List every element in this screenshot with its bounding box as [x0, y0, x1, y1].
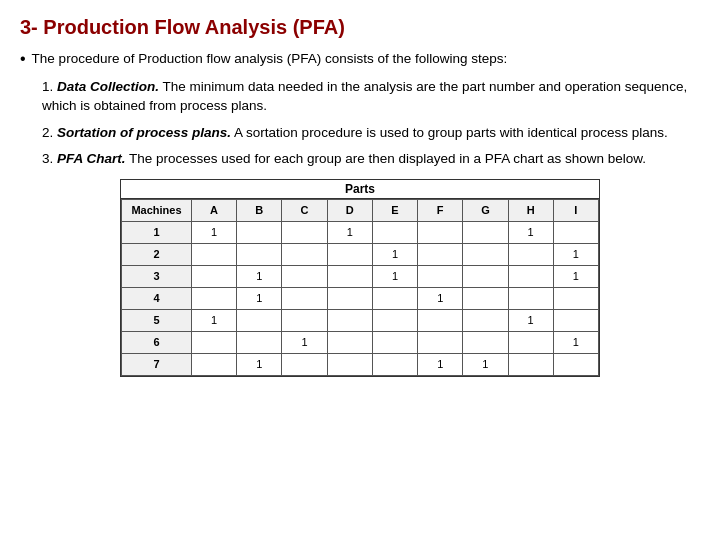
cell-r6-c4: [372, 353, 417, 375]
page-container: 3- Production Flow Analysis (PFA) • The …: [0, 0, 720, 393]
col-header-part-H: H: [508, 199, 553, 221]
cell-r1-c7: [508, 243, 553, 265]
cell-r6-c8: [553, 353, 598, 375]
chart-wrapper: Parts MachinesABCDEFGHI11112113111411511…: [20, 179, 700, 377]
step-1-label: Data Collection.: [57, 79, 159, 94]
cell-r5-c6: [463, 331, 508, 353]
intro-text: The procedure of Production flow analysi…: [32, 49, 508, 69]
table-row: 411: [122, 287, 599, 309]
step-1: 1. Data Collection. The minimum data nee…: [42, 77, 700, 116]
cell-r6-c5: 1: [418, 353, 463, 375]
cell-r3-c8: [553, 287, 598, 309]
cell-r1-c2: [282, 243, 327, 265]
cell-r6-c1: 1: [237, 353, 282, 375]
table-row: 1111: [122, 221, 599, 243]
cell-r3-c4: [372, 287, 417, 309]
cell-r1-c5: [418, 243, 463, 265]
cell-r2-c3: [327, 265, 372, 287]
table-row: 611: [122, 331, 599, 353]
cell-r5-c7: [508, 331, 553, 353]
cell-r6-c3: [327, 353, 372, 375]
pfa-table: MachinesABCDEFGHI11112113111411511611711…: [121, 199, 599, 376]
machine-label-2: 2: [122, 243, 192, 265]
cell-r2-c6: [463, 265, 508, 287]
cell-r4-c3: [327, 309, 372, 331]
cell-r6-c7: [508, 353, 553, 375]
col-header-part-G: G: [463, 199, 508, 221]
col-header-part-B: B: [237, 199, 282, 221]
cell-r6-c6: 1: [463, 353, 508, 375]
cell-r1-c4: 1: [372, 243, 417, 265]
cell-r4-c6: [463, 309, 508, 331]
bullet-icon: •: [20, 50, 26, 68]
step-3-text: The processes used for each group are th…: [129, 151, 646, 166]
cell-r2-c8: 1: [553, 265, 598, 287]
machine-label-5: 5: [122, 309, 192, 331]
cell-r5-c0: [191, 331, 236, 353]
cell-r4-c1: [237, 309, 282, 331]
cell-r3-c0: [191, 287, 236, 309]
cell-r4-c2: [282, 309, 327, 331]
machine-label-7: 7: [122, 353, 192, 375]
cell-r2-c1: 1: [237, 265, 282, 287]
cell-r5-c5: [418, 331, 463, 353]
machine-label-3: 3: [122, 265, 192, 287]
cell-r6-c2: [282, 353, 327, 375]
step-2-label: Sortation of process plans.: [57, 125, 231, 140]
cell-r3-c1: 1: [237, 287, 282, 309]
cell-r1-c8: 1: [553, 243, 598, 265]
cell-r2-c4: 1: [372, 265, 417, 287]
col-header-part-D: D: [327, 199, 372, 221]
cell-r6-c0: [191, 353, 236, 375]
cell-r5-c8: 1: [553, 331, 598, 353]
col-header-part-E: E: [372, 199, 417, 221]
machine-label-6: 6: [122, 331, 192, 353]
cell-r0-c0: 1: [191, 221, 236, 243]
table-row: 3111: [122, 265, 599, 287]
intro-bullet: • The procedure of Production flow analy…: [20, 49, 700, 69]
cell-r5-c2: 1: [282, 331, 327, 353]
table-row: 511: [122, 309, 599, 331]
step-3-number: 3.: [42, 151, 53, 166]
cell-r0-c7: 1: [508, 221, 553, 243]
machine-label-1: 1: [122, 221, 192, 243]
step-2-text: A sortation procedure is used to group p…: [234, 125, 668, 140]
cell-r0-c5: [418, 221, 463, 243]
cell-r4-c5: [418, 309, 463, 331]
chart-parts-label: Parts: [121, 180, 599, 199]
cell-r4-c8: [553, 309, 598, 331]
cell-r0-c2: [282, 221, 327, 243]
col-header-part-A: A: [191, 199, 236, 221]
cell-r0-c6: [463, 221, 508, 243]
cell-r5-c3: [327, 331, 372, 353]
cell-r1-c6: [463, 243, 508, 265]
step-2-number: 2.: [42, 125, 53, 140]
cell-r3-c5: 1: [418, 287, 463, 309]
cell-r3-c2: [282, 287, 327, 309]
col-header-machines: Machines: [122, 199, 192, 221]
cell-r0-c4: [372, 221, 417, 243]
cell-r2-c5: [418, 265, 463, 287]
cell-r3-c6: [463, 287, 508, 309]
pfa-chart: Parts MachinesABCDEFGHI11112113111411511…: [120, 179, 600, 377]
cell-r4-c4: [372, 309, 417, 331]
cell-r2-c2: [282, 265, 327, 287]
cell-r2-c7: [508, 265, 553, 287]
cell-r3-c7: [508, 287, 553, 309]
cell-r1-c3: [327, 243, 372, 265]
col-header-part-I: I: [553, 199, 598, 221]
cell-r4-c7: 1: [508, 309, 553, 331]
col-header-part-F: F: [418, 199, 463, 221]
cell-r1-c1: [237, 243, 282, 265]
cell-r1-c0: [191, 243, 236, 265]
cell-r4-c0: 1: [191, 309, 236, 331]
steps-list: 1. Data Collection. The minimum data nee…: [42, 77, 700, 169]
cell-r0-c3: 1: [327, 221, 372, 243]
step-2: 2. Sortation of process plans. A sortati…: [42, 123, 700, 143]
cell-r3-c3: [327, 287, 372, 309]
cell-r5-c1: [237, 331, 282, 353]
cell-r0-c8: [553, 221, 598, 243]
step-1-number: 1.: [42, 79, 53, 94]
step-3: 3. PFA Chart. The processes used for eac…: [42, 149, 700, 169]
step-3-label: PFA Chart.: [57, 151, 126, 166]
